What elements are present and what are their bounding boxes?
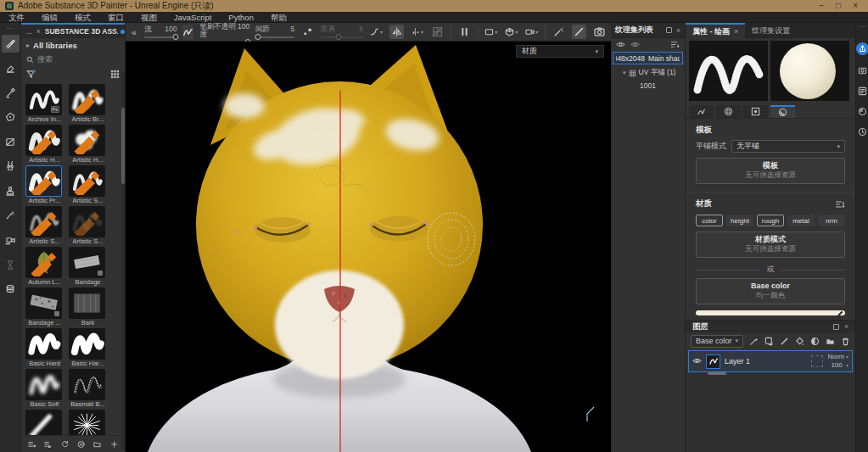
pause-engine-button[interactable] xyxy=(457,25,472,39)
menu-mode[interactable]: 模式 xyxy=(66,12,99,23)
tab-overflow-button[interactable]: ... xyxy=(21,27,36,36)
layer-thumbnail[interactable] xyxy=(706,354,720,369)
brush-asset-basic-hard[interactable]: Basic Hard xyxy=(25,328,64,368)
menu-file[interactable]: 文件 xyxy=(0,12,33,23)
subtab-alpha-icon[interactable] xyxy=(743,105,768,118)
brush-asset[interactable] xyxy=(69,410,107,435)
close-panel-icon[interactable]: × xyxy=(844,322,848,331)
brush-asset-autumn-l[interactable]: Autumn L... xyxy=(25,247,64,287)
brush-asset-basmati-b[interactable]: Basmati B... xyxy=(69,369,107,409)
brush-asset-artistic-h[interactable]: Artistic H... xyxy=(69,125,107,165)
search-input[interactable] xyxy=(37,55,120,64)
tiling-mode-dropdown[interactable]: 无平铺▾ xyxy=(731,140,845,153)
channel-height-button[interactable]: height xyxy=(726,215,753,226)
particle-tool-icon[interactable] xyxy=(2,207,20,225)
menu-view[interactable]: 视图 xyxy=(132,12,165,23)
brush-asset-artistic-s[interactable]: Artistic S... xyxy=(69,206,107,246)
add-effect-wand-icon[interactable] xyxy=(749,337,759,346)
clone-tool-icon[interactable] xyxy=(2,158,20,176)
geometry-mask-dropdown[interactable]: ▾ xyxy=(504,25,518,39)
close-panel-icon[interactable]: × xyxy=(676,26,680,35)
brush-asset-bark[interactable]: Bark xyxy=(69,287,107,327)
add-icon[interactable] xyxy=(110,439,118,449)
brush-stroke-preview[interactable] xyxy=(689,41,768,101)
brush-asset[interactable] xyxy=(25,410,64,435)
maximize-button[interactable]: □ xyxy=(836,0,841,12)
tab-texture-set-settings[interactable]: 纹理集设置 xyxy=(745,23,797,38)
channel-metal-button[interactable]: metal xyxy=(787,215,815,226)
material-options-icon[interactable] xyxy=(835,200,845,209)
visibility-icon[interactable] xyxy=(630,40,640,49)
uv-tile-1001[interactable]: 1001 xyxy=(611,78,685,90)
channel-color-button[interactable]: color xyxy=(696,215,723,226)
layer-row-layer1[interactable]: Layer 1 Norm▾ 100 ▾ xyxy=(688,350,853,372)
popout-icon[interactable] xyxy=(666,27,672,33)
layer-opacity-dropdown[interactable]: 100 ▾ xyxy=(831,361,848,370)
template-picker-button[interactable]: 模板 无可供选择资源 xyxy=(696,158,845,184)
delete-layer-trash-icon[interactable] xyxy=(841,337,850,346)
brush-asset-basic-har[interactable]: Basic Har... xyxy=(69,328,107,368)
base-color-button[interactable]: Base color 均一颜色 xyxy=(696,278,845,304)
physical-brush-icon[interactable] xyxy=(552,25,566,39)
layer-mask-placeholder[interactable] xyxy=(811,355,823,367)
channel-nrm-button[interactable]: nrm xyxy=(818,215,845,226)
flow-slider[interactable]: 流100 xyxy=(144,24,176,41)
mirror-symmetry-button[interactable] xyxy=(389,25,404,39)
eraser-tool-icon[interactable] xyxy=(2,59,20,77)
detail-view-icon[interactable] xyxy=(44,439,52,449)
uv-tile-group[interactable]: ▾ UV 平铺 (1) xyxy=(611,65,685,78)
add-group-folder-icon[interactable] xyxy=(826,337,835,346)
visibility-all-icon[interactable] xyxy=(616,40,625,49)
brush-asset-archive-in[interactable]: PsArchive In... xyxy=(25,84,64,124)
brush-asset-artistic-h[interactable]: Artistic H... xyxy=(25,125,64,165)
history-tool-icon[interactable] xyxy=(2,256,20,274)
polygon-fill-tool-icon[interactable] xyxy=(2,109,20,126)
resource-tool-icon[interactable] xyxy=(2,281,20,299)
dynamic-stroke-tool-icon[interactable] xyxy=(2,232,20,249)
projection-tool-icon[interactable] xyxy=(2,84,20,102)
blend-mode-dropdown[interactable]: Norm▾ xyxy=(827,353,848,361)
base-color-swatch[interactable] xyxy=(696,310,845,315)
add-smart-material-icon[interactable] xyxy=(764,337,774,346)
library-breadcrumb[interactable]: ▸ All libraries xyxy=(21,38,125,53)
material-preview[interactable] xyxy=(770,41,849,101)
add-fill-layer-icon[interactable] xyxy=(795,337,804,346)
menu-help[interactable]: 帮助 xyxy=(262,12,295,23)
close-button[interactable]: × xyxy=(853,0,858,12)
tab-properties-paint[interactable]: 属性 - 绘画× xyxy=(686,23,745,38)
layers-channel-dropdown[interactable]: Base color▾ xyxy=(691,335,743,348)
collapse-toolbar-button[interactable]: « xyxy=(130,27,138,37)
share-export-button[interactable] xyxy=(856,42,868,55)
brush-asset-artistic-s[interactable]: Artistic S... xyxy=(69,165,107,205)
display-settings-sphere-icon[interactable] xyxy=(858,107,867,116)
menu-edit[interactable]: 编辑 xyxy=(33,12,66,23)
camera-view-dropdown[interactable]: ▾ xyxy=(524,25,539,39)
assets-scrollbar[interactable] xyxy=(121,72,125,449)
tab-close-icon[interactable]: × xyxy=(734,27,738,36)
history-clock-icon[interactable] xyxy=(858,127,867,137)
menu-python[interactable]: Python xyxy=(220,12,262,23)
brush-asset-bandage[interactable]: Bandage xyxy=(69,247,107,287)
brush-asset-bandage[interactable]: Bandage ... xyxy=(25,287,64,327)
subtab-brush-icon[interactable] xyxy=(689,105,714,118)
cancel-icon[interactable] xyxy=(77,439,85,449)
folder-icon[interactable] xyxy=(93,439,101,449)
brush-asset-artistic-pr[interactable]: Artistic Pr... xyxy=(25,165,64,205)
tab-close-icon[interactable]: × xyxy=(36,27,45,36)
falloff-curve-dropdown[interactable]: ▾ xyxy=(369,25,384,39)
minimize-button[interactable]: − xyxy=(819,0,824,12)
popout-icon[interactable] xyxy=(833,324,839,330)
refresh-icon[interactable] xyxy=(61,439,69,449)
grid-view-icon[interactable] xyxy=(110,70,120,79)
add-paint-layer-icon[interactable] xyxy=(780,337,789,346)
layer-visibility-eye-icon[interactable] xyxy=(692,354,702,369)
render-camera-icon[interactable] xyxy=(858,66,867,75)
brush-asset-artistic-s[interactable]: Artistic S... xyxy=(25,206,64,246)
viewport-3d[interactable]: 材质 ▾ xyxy=(126,42,611,452)
tab-substance-assets[interactable]: SUBSTANCE 3D ASS... xyxy=(45,27,118,36)
sort-options-icon[interactable] xyxy=(670,40,680,49)
brush-asset-artistic-br[interactable]: Artistic Br... xyxy=(69,84,107,124)
snap-grid-button[interactable] xyxy=(430,25,445,39)
subtab-particles-icon[interactable] xyxy=(716,105,741,118)
list-view-icon[interactable] xyxy=(28,439,36,449)
